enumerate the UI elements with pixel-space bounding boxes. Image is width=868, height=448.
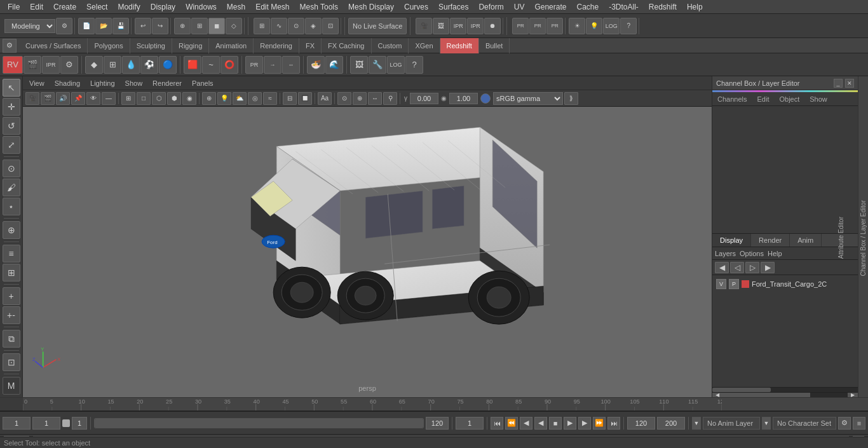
menu-mesh[interactable]: Mesh: [222, 1, 250, 13]
layer-arrow-left2-btn[interactable]: ◁: [730, 262, 744, 273]
frame-range-input[interactable]: [72, 417, 87, 430]
viewport[interactable]: Ford persp X Y Z: [23, 107, 712, 397]
ipr2-btn[interactable]: IPR: [467, 18, 484, 34]
cb-tab-object[interactable]: Object: [774, 93, 804, 105]
vc-pin-btn[interactable]: 📌: [71, 92, 85, 105]
vc-gain-input[interactable]: [449, 93, 478, 104]
snap-btn[interactable]: ⊡: [3, 353, 20, 371]
shelf-pr1-btn[interactable]: PR: [245, 56, 263, 74]
next-key-btn[interactable]: ▶: [578, 417, 591, 430]
vc-snap1-btn[interactable]: ⊙: [337, 92, 351, 105]
frame-end2-input[interactable]: [627, 417, 655, 430]
anim-layer-arrow-btn[interactable]: ▼: [692, 417, 701, 430]
add-minus-btn[interactable]: +-: [3, 306, 20, 324]
vc-hud-btn[interactable]: ⊟: [283, 92, 297, 105]
undo-btn[interactable]: ↩: [135, 18, 151, 34]
workspace-selector[interactable]: Modeling: [4, 19, 55, 33]
layer-hscroll[interactable]: ◀ ▶: [712, 392, 858, 397]
menu-file[interactable]: File: [3, 1, 25, 13]
menu-deform[interactable]: Deform: [473, 1, 508, 13]
workspace-settings-btn[interactable]: ⚙: [56, 18, 72, 34]
help-btn[interactable]: ?: [620, 18, 637, 34]
open-file-btn[interactable]: 📂: [95, 18, 112, 34]
skip-start-btn[interactable]: ⏮: [491, 417, 503, 430]
layer-item[interactable]: V P Ford_Transit_Cargo_2C: [714, 276, 857, 292]
shelf-diamond-btn[interactable]: ◆: [85, 56, 103, 74]
tab-fx-caching[interactable]: FX Caching: [322, 38, 371, 53]
shelf-log2-btn[interactable]: LOG: [387, 56, 405, 74]
menu-mesh-tools[interactable]: Mesh Tools: [295, 1, 343, 13]
vc-cam-btn[interactable]: 🎥: [25, 92, 39, 105]
tab-bullet[interactable]: Bullet: [479, 38, 510, 53]
shelf-rv-btn[interactable]: RV: [3, 56, 23, 74]
vc-isolate-btn[interactable]: ⊕: [202, 92, 216, 105]
shelf-bowl-btn[interactable]: 🍜: [307, 56, 325, 74]
view-menu[interactable]: View: [27, 78, 47, 88]
menu-mesh-display[interactable]: Mesh Display: [343, 1, 399, 13]
menu-create[interactable]: Create: [48, 1, 81, 13]
cb-collapse-btn[interactable]: _: [834, 79, 843, 88]
vc-light-btn[interactable]: 💡: [217, 92, 231, 105]
vc-film-btn[interactable]: 🎬: [41, 92, 55, 105]
snap-to-surface-btn[interactable]: ⊡: [322, 18, 339, 34]
vc-render-btn[interactable]: 🔲: [298, 92, 312, 105]
range-bar[interactable]: [94, 418, 424, 428]
vc-expand-btn[interactable]: ⟫: [564, 92, 578, 105]
menu-edit-mesh[interactable]: Edit Mesh: [250, 1, 294, 13]
menu-surfaces[interactable]: Surfaces: [433, 1, 473, 13]
anim-settings-btn[interactable]: ⚙: [838, 417, 851, 430]
layers-btn[interactable]: ⧉: [3, 330, 20, 348]
select-all-btn[interactable]: ⊞: [191, 18, 208, 34]
shelf-ipr-shelf-btn[interactable]: IPR: [42, 56, 60, 74]
record-btn[interactable]: ⏺: [484, 18, 501, 34]
layer-menu-layers[interactable]: Layers: [715, 250, 736, 257]
maya-logo-btn[interactable]: M: [3, 377, 20, 395]
play-back-btn[interactable]: ◀: [534, 417, 547, 430]
log-btn[interactable]: LOG: [603, 18, 620, 34]
tab-curves-surfaces[interactable]: Curves / Surfaces: [19, 38, 88, 53]
skip-end-btn[interactable]: ⏭: [607, 417, 620, 430]
vc-motion-btn[interactable]: ≈: [263, 92, 277, 105]
tab-rigging[interactable]: Rigging: [172, 38, 209, 53]
layer-scrollbar[interactable]: [712, 387, 858, 392]
tab-redshift[interactable]: Redshift: [440, 38, 479, 53]
frame-end-input[interactable]: [426, 417, 449, 430]
tab-animation[interactable]: Animation: [209, 38, 254, 53]
lighting-menu[interactable]: Lighting: [88, 78, 118, 88]
vc-shadow-btn[interactable]: ⛅: [233, 92, 247, 105]
vc-gamma-input[interactable]: [410, 93, 438, 104]
shelf-drop-btn[interactable]: 💧: [122, 56, 140, 74]
menu-windows[interactable]: Windows: [180, 1, 222, 13]
show-menu[interactable]: Show: [123, 78, 146, 88]
vc-wire-btn[interactable]: ⬢: [167, 92, 181, 105]
shelf-render-btn[interactable]: 🖼: [350, 56, 368, 74]
rotate-tool-btn[interactable]: ↺: [3, 117, 20, 135]
snap-to-grid-btn[interactable]: ⊞: [254, 18, 270, 34]
menu-generate[interactable]: Generate: [529, 1, 571, 13]
ipr-btn[interactable]: IPR: [450, 18, 466, 34]
camera-btn[interactable]: 🎥: [416, 18, 432, 34]
menu-curves[interactable]: Curves: [399, 1, 433, 13]
cb-tab-channels[interactable]: Channels: [712, 93, 752, 105]
step-back-btn[interactable]: ⏪: [505, 417, 518, 430]
panels-menu[interactable]: Panels: [189, 78, 216, 88]
new-file-btn[interactable]: 📄: [78, 18, 95, 34]
redo-btn[interactable]: ↪: [152, 18, 168, 34]
vc-shaded-btn[interactable]: ◉: [182, 92, 196, 105]
shading-menu[interactable]: Shading: [52, 78, 83, 88]
menu-display[interactable]: Display: [146, 1, 180, 13]
layer-menu-help[interactable]: Help: [768, 250, 782, 257]
layer-tab-anim[interactable]: Anim: [790, 234, 822, 247]
tab-rendering[interactable]: Rendering: [254, 38, 299, 53]
vc-eye-btn[interactable]: 👁: [86, 92, 100, 105]
rs-pr1-btn[interactable]: PR: [512, 18, 529, 34]
rs-pr2-btn[interactable]: PR: [529, 18, 546, 34]
save-file-btn[interactable]: 💾: [112, 18, 129, 34]
shelf-pipe-btn[interactable]: ~: [202, 56, 220, 74]
vc-box-btn[interactable]: □: [137, 92, 151, 105]
shelf-pr2-btn[interactable]: →: [264, 56, 281, 74]
menu-redshift[interactable]: Redshift: [644, 1, 682, 13]
snap-to-point-btn[interactable]: ⊙: [288, 18, 304, 34]
layer-arrow-right-btn[interactable]: ▷: [745, 262, 759, 273]
shelf-cube-btn[interactable]: 🟥: [184, 56, 201, 74]
